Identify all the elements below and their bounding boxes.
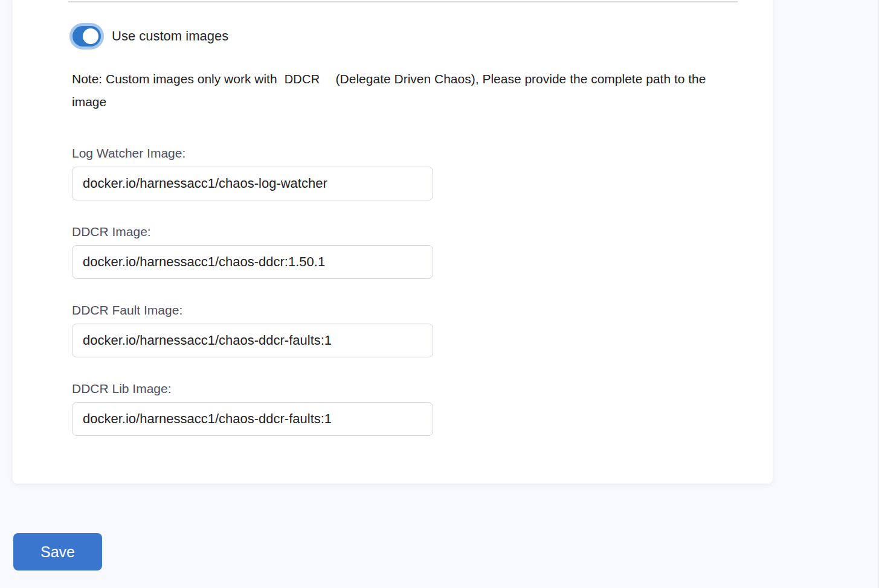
toggle-track	[72, 26, 101, 46]
use-custom-images-toggle[interactable]	[69, 23, 104, 50]
ddcr-fault-image-input[interactable]	[72, 324, 433, 357]
log-watcher-image-group: Log Watcher Image:	[72, 146, 433, 200]
log-watcher-image-input[interactable]	[72, 167, 433, 200]
ddcr-fault-image-group: DDCR Fault Image:	[72, 303, 433, 357]
ddcr-lib-image-group: DDCR Lib Image:	[72, 382, 433, 436]
section-divider	[68, 1, 738, 2]
ddcr-fault-image-label: DDCR Fault Image:	[72, 303, 433, 318]
toggle-knob	[83, 28, 98, 44]
use-custom-images-row: Use custom images	[69, 23, 228, 50]
ddcr-image-group: DDCR Image:	[72, 225, 433, 279]
ddcr-lib-image-label: DDCR Lib Image:	[72, 382, 433, 396]
custom-images-panel: Use custom images Note: Custom images on…	[13, 0, 773, 484]
custom-images-note: Note: Custom images only work withDDCR(D…	[72, 68, 712, 113]
save-button[interactable]: Save	[13, 533, 102, 570]
log-watcher-image-label: Log Watcher Image:	[72, 146, 433, 161]
use-custom-images-label: Use custom images	[112, 28, 228, 44]
note-code-ddcr: DDCR	[285, 72, 320, 86]
ddcr-lib-image-input[interactable]	[72, 402, 433, 436]
ddcr-image-label: DDCR Image:	[72, 225, 433, 239]
note-prefix: Note: Custom images only work with	[72, 72, 277, 86]
ddcr-image-input[interactable]	[72, 245, 433, 279]
